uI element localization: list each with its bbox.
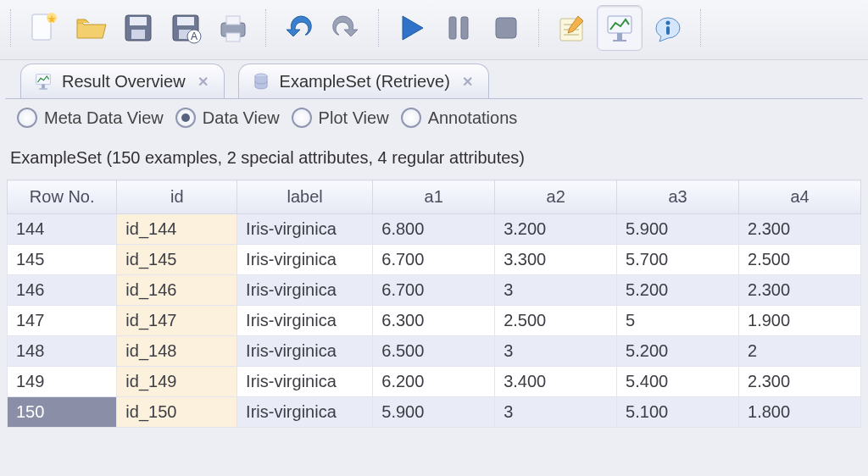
cell-label[interactable]: Iris-virginica [237, 397, 373, 428]
cell-a4[interactable]: 1.800 [739, 397, 861, 428]
cell-a3[interactable]: 5 [617, 306, 739, 336]
cell-a3[interactable]: 5.200 [617, 275, 739, 306]
info-button[interactable] [646, 6, 690, 50]
cell-label[interactable]: Iris-virginica [237, 245, 373, 275]
cell-label[interactable]: Iris-virginica [237, 367, 373, 397]
cell-rowno[interactable]: 144 [8, 214, 117, 245]
column-header[interactable]: a1 [373, 180, 495, 214]
svg-rect-12 [226, 33, 240, 42]
svg-rect-21 [617, 33, 622, 40]
cell-rowno[interactable]: 149 [8, 367, 117, 397]
toolbar-group-view [542, 5, 697, 51]
cell-id[interactable]: id_147 [117, 306, 237, 336]
cell-a1[interactable]: 6.700 [373, 245, 495, 275]
cell-a3[interactable]: 5.400 [617, 367, 739, 397]
table-row[interactable]: 146id_146Iris-virginica6.70035.2002.300 [8, 275, 861, 306]
cell-a1[interactable]: 6.300 [373, 306, 495, 336]
cell-label[interactable]: Iris-virginica [237, 336, 373, 367]
open-button[interactable] [69, 6, 113, 50]
cell-a2[interactable]: 3.300 [495, 245, 617, 275]
cell-label[interactable]: Iris-virginica [237, 275, 373, 306]
cell-rowno[interactable]: 147 [8, 306, 117, 336]
svg-rect-11 [226, 16, 240, 25]
cell-a4[interactable]: 2 [739, 336, 861, 367]
cell-a3[interactable]: 5.700 [617, 245, 739, 275]
cell-id[interactable]: id_145 [117, 245, 237, 275]
info-icon [651, 11, 685, 45]
column-header[interactable]: label [237, 180, 373, 214]
cell-rowno[interactable]: 150 [8, 397, 117, 428]
column-header[interactable]: a4 [739, 180, 861, 214]
cell-a3[interactable]: 5.900 [617, 214, 739, 245]
radio-annotations[interactable]: Annotations [401, 108, 518, 128]
cell-label[interactable]: Iris-virginica [237, 214, 373, 245]
column-header[interactable]: id [117, 180, 237, 214]
cell-a4[interactable]: 2.300 [739, 214, 861, 245]
cell-a2[interactable]: 3.200 [495, 214, 617, 245]
pause-button[interactable] [437, 6, 481, 50]
results-button[interactable] [597, 5, 643, 51]
svg-rect-24 [666, 26, 670, 35]
cell-rowno[interactable]: 148 [8, 336, 117, 367]
radio-dot-icon [401, 108, 421, 128]
close-icon[interactable]: ✕ [198, 74, 209, 90]
save-as-button[interactable]: A [164, 6, 208, 50]
cell-a1[interactable]: 6.800 [373, 214, 495, 245]
cell-a2[interactable]: 3 [495, 336, 617, 367]
cell-a1[interactable]: 5.900 [373, 397, 495, 428]
radio-meta-data-view[interactable]: Meta Data View [17, 108, 164, 128]
notes-button[interactable] [549, 6, 593, 50]
table-header-row: Row No. id label a1 a2 a3 a4 [8, 180, 861, 214]
cell-rowno[interactable]: 145 [8, 245, 117, 275]
column-header[interactable]: a3 [617, 180, 739, 214]
save-button[interactable] [116, 6, 160, 50]
table-row[interactable]: 147id_147Iris-virginica6.3002.50051.900 [8, 306, 861, 336]
print-button[interactable] [211, 6, 255, 50]
open-folder-icon [74, 11, 108, 45]
table-row[interactable]: 150id_150Iris-virginica5.90035.1001.800 [8, 397, 861, 428]
cell-id[interactable]: id_144 [117, 214, 237, 245]
cell-a2[interactable]: 3.400 [495, 367, 617, 397]
close-icon[interactable]: ✕ [462, 74, 473, 90]
cell-a4[interactable]: 2.300 [739, 367, 861, 397]
undo-button[interactable] [276, 6, 320, 50]
cell-a1[interactable]: 6.700 [373, 275, 495, 306]
radio-data-view[interactable]: Data View [175, 108, 280, 128]
column-header[interactable]: Row No. [8, 180, 117, 214]
new-button[interactable] [21, 6, 65, 50]
tab-example-set[interactable]: ExampleSet (Retrieve) ✕ [238, 64, 489, 98]
table-row[interactable]: 148id_148Iris-virginica6.50035.2002 [8, 336, 861, 367]
cell-rowno[interactable]: 146 [8, 275, 117, 306]
cell-a4[interactable]: 2.300 [739, 275, 861, 306]
new-file-icon [26, 11, 60, 45]
cell-id[interactable]: id_148 [117, 336, 237, 367]
cell-a2[interactable]: 3 [495, 275, 617, 306]
radio-label: Meta Data View [44, 108, 164, 128]
cell-id[interactable]: id_149 [117, 367, 237, 397]
cell-a1[interactable]: 6.500 [373, 336, 495, 367]
cell-a3[interactable]: 5.200 [617, 336, 739, 367]
cell-a1[interactable]: 6.200 [373, 367, 495, 397]
cell-a2[interactable]: 3 [495, 397, 617, 428]
radio-plot-view[interactable]: Plot View [292, 108, 389, 128]
table-row[interactable]: 145id_145Iris-virginica6.7003.3005.7002.… [8, 245, 861, 275]
column-header[interactable]: a2 [495, 180, 617, 214]
cell-a3[interactable]: 5.100 [617, 397, 739, 428]
cell-a2[interactable]: 2.500 [495, 306, 617, 336]
run-button[interactable] [389, 6, 433, 50]
tab-result-overview[interactable]: Result Overview ✕ [20, 64, 225, 98]
cell-label[interactable]: Iris-virginica [237, 306, 373, 336]
svg-text:A: A [191, 30, 198, 42]
svg-rect-27 [39, 88, 47, 89]
cell-a4[interactable]: 2.500 [739, 245, 861, 275]
table-row[interactable]: 149id_149Iris-virginica6.2003.4005.4002.… [8, 367, 861, 397]
cell-id[interactable]: id_146 [117, 275, 237, 306]
toolbar-separator [538, 9, 539, 47]
cell-id[interactable]: id_150 [117, 397, 237, 428]
cell-a4[interactable]: 1.900 [739, 306, 861, 336]
notepad-icon [554, 11, 588, 45]
redo-button[interactable] [324, 6, 368, 50]
table-row[interactable]: 144id_144Iris-virginica6.8003.2005.9002.… [8, 214, 861, 245]
data-table: Row No. id label a1 a2 a3 a4 144id_144Ir… [7, 180, 861, 428]
stop-button[interactable] [484, 6, 528, 50]
